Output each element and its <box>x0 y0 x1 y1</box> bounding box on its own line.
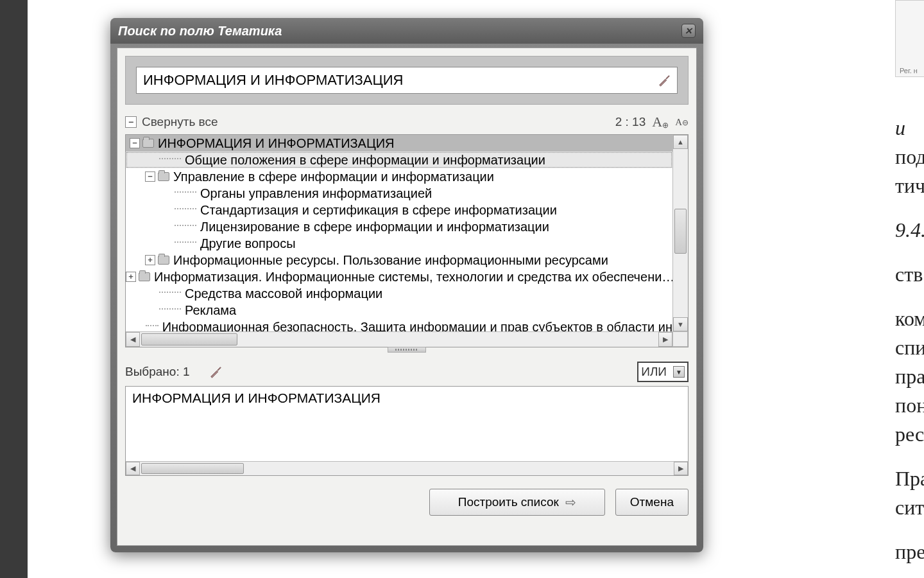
build-list-label: Построить список <box>458 495 559 509</box>
cancel-button[interactable]: Отмена <box>615 489 689 516</box>
tree-area: − ИНФОРМАЦИЯ И ИНФОРМАТИЗАЦИЯ Общие поло… <box>125 134 689 347</box>
clear-selection-button[interactable] <box>205 362 226 382</box>
tree-node[interactable]: Реклама <box>126 302 672 319</box>
selection-bar: Выбрано: 1 ИЛИ ▼ <box>125 362 689 382</box>
font-decrease-button[interactable]: A⊖ <box>675 117 689 128</box>
tree-label: Информационные ресурсы. Пользование инфо… <box>173 252 608 268</box>
tree-node[interactable]: Другие вопросы <box>126 235 672 252</box>
tree-node[interactable]: Информационная безопасность. Защита инфо… <box>126 319 672 331</box>
tree-node-selected[interactable]: Общие положения в сфере информации и инф… <box>126 152 672 168</box>
horizontal-scrollbar[interactable]: ◀ ▶ <box>126 331 672 347</box>
tree-label: Органы управления информатизацией <box>200 185 432 202</box>
expander-minus-icon[interactable]: − <box>130 138 140 148</box>
close-icon: ✕ <box>685 26 692 36</box>
scroll-left-arrow-icon[interactable]: ◀ <box>126 462 140 475</box>
tree-connector <box>159 158 181 159</box>
scrollbar-thumb[interactable] <box>674 209 687 254</box>
broom-icon <box>209 365 223 379</box>
clear-search-button[interactable] <box>654 70 674 91</box>
tree-node[interactable]: + Информатизация. Информационные системы… <box>126 268 672 285</box>
tree-label: Реклама <box>185 302 236 319</box>
tree-node[interactable]: Органы управления информатизацией <box>126 185 672 202</box>
tree-label: Другие вопросы <box>200 235 296 252</box>
tree-label: Лицензирование в сфере информации и инфо… <box>200 218 549 235</box>
selected-item[interactable]: ИНФОРМАЦИЯ И ИНФОРМАТИЗАЦИЯ <box>126 387 688 410</box>
tree-connector <box>159 292 181 293</box>
collapse-all-button[interactable]: − <box>125 116 137 128</box>
tree-label: Управление в сфере информации и информат… <box>173 168 494 185</box>
selected-count-label: Выбрано: 1 <box>125 365 190 379</box>
expander-minus-icon[interactable]: − <box>145 171 155 182</box>
arrow-right-icon: ⇨ <box>565 495 576 510</box>
broom-icon <box>657 73 671 87</box>
dialog-title: Поиск по полю Тематика <box>118 24 282 39</box>
selected-list[interactable]: ИНФОРМАЦИЯ И ИНФОРМАТИЗАЦИЯ ◀ ▶ <box>125 386 689 476</box>
tree-node[interactable]: Стандартизация и сертификация в сфере ин… <box>126 202 672 218</box>
search-dialog: Поиск по полю Тематика ✕ − Свернуть все <box>110 18 703 552</box>
tree-connector <box>175 241 196 243</box>
tree-node[interactable]: − Управление в сфере информации и информ… <box>126 168 672 185</box>
expander-plus-icon[interactable]: + <box>145 255 155 265</box>
tree-node[interactable]: Лицензирование в сфере информации и инфо… <box>126 218 672 235</box>
right-panel-stub: Рег. н <box>895 0 924 77</box>
tree-node[interactable]: Средства массовой информации <box>126 285 672 302</box>
tree-node[interactable]: + Информационные ресурсы. Пользование ин… <box>126 252 672 268</box>
cancel-label: Отмена <box>630 495 674 509</box>
tree-label: Информационная безопасность. Защита инфо… <box>162 319 672 331</box>
folder-icon <box>158 172 169 181</box>
folder-icon <box>158 256 169 265</box>
match-counter: 2 : 13 <box>615 115 646 129</box>
dropdown-caret-icon: ▼ <box>673 366 685 378</box>
stub-label: Рег. н <box>900 67 918 74</box>
horizontal-scrollbar[interactable]: ◀ ▶ <box>126 461 688 475</box>
titlebar[interactable]: Поиск по полю Тематика ✕ <box>110 18 703 44</box>
right-page-text: и под тич 9.4. ств ком спи пра пон рес П… <box>895 116 924 568</box>
button-row: Построить список ⇨ Отмена <box>125 489 689 516</box>
tree-toolbar: − Свернуть все 2 : 13 A⊕ A⊖ <box>125 114 689 130</box>
scrollbar-corner <box>672 331 688 347</box>
expander-plus-icon[interactable]: + <box>126 272 136 282</box>
left-strip <box>0 0 28 578</box>
tree-label: Общие положения в сфере информации и инф… <box>185 152 545 168</box>
tree-connector <box>175 208 196 209</box>
tree-node-root[interactable]: − ИНФОРМАЦИЯ И ИНФОРМАТИЗАЦИЯ <box>126 135 672 152</box>
scrollbar-thumb[interactable] <box>141 333 237 346</box>
scroll-right-arrow-icon[interactable]: ▶ <box>658 332 672 347</box>
close-button[interactable]: ✕ <box>681 24 696 38</box>
splitter-grip[interactable] <box>388 347 426 353</box>
search-input[interactable] <box>137 69 654 91</box>
tree-connector <box>175 191 196 193</box>
scroll-left-arrow-icon[interactable]: ◀ <box>126 332 140 347</box>
scroll-right-arrow-icon[interactable]: ▶ <box>674 462 688 475</box>
logic-operator-select[interactable]: ИЛИ ▼ <box>637 362 689 382</box>
logic-value: ИЛИ <box>641 365 667 379</box>
tree-connector <box>146 325 158 326</box>
font-increase-button[interactable]: A⊕ <box>652 114 669 130</box>
search-panel <box>125 56 689 105</box>
vertical-scrollbar[interactable]: ▲ ▼ <box>672 135 688 331</box>
build-list-button[interactable]: Построить список ⇨ <box>429 489 605 516</box>
folder-icon <box>142 139 154 148</box>
tree-label: Стандартизация и сертификация в сфере ин… <box>200 202 557 218</box>
tree-label: Информатизация. Информационные системы, … <box>154 268 672 285</box>
scrollbar-thumb[interactable] <box>141 463 244 474</box>
tree-label: ИНФОРМАЦИЯ И ИНФОРМАТИЗАЦИЯ <box>158 135 395 152</box>
collapse-all-label: Свернуть все <box>142 115 218 129</box>
folder-icon <box>139 272 150 281</box>
scroll-up-arrow-icon[interactable]: ▲ <box>673 135 688 149</box>
tree-viewport[interactable]: − ИНФОРМАЦИЯ И ИНФОРМАТИЗАЦИЯ Общие поло… <box>126 135 672 331</box>
dialog-body: − Свернуть все 2 : 13 A⊕ A⊖ − ИНФОРМАЦИЯ <box>117 48 697 546</box>
scroll-down-arrow-icon[interactable]: ▼ <box>673 317 688 331</box>
tree-connector <box>175 225 196 226</box>
tree-label: Средства массовой информации <box>185 285 382 302</box>
tree-connector <box>159 308 181 310</box>
